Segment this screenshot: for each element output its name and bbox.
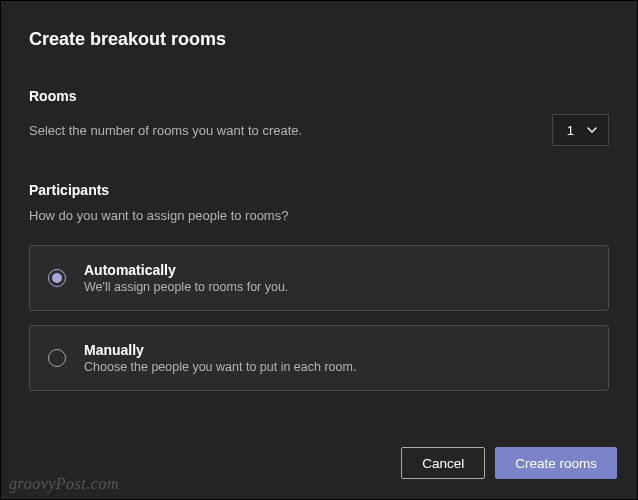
dialog-footer: Cancel Create rooms [401,447,617,479]
rooms-row: Select the number of rooms you want to c… [29,114,609,146]
rooms-heading: Rooms [29,88,609,104]
option-label: Automatically [84,262,288,278]
option-description: Choose the people you want to put in eac… [84,360,356,374]
breakout-rooms-dialog: Create breakout rooms Rooms Select the n… [1,1,637,391]
dialog-title: Create breakout rooms [29,29,609,50]
participants-description: How do you want to assign people to room… [29,208,609,223]
participants-heading: Participants [29,182,609,198]
option-description: We'll assign people to rooms for you. [84,280,288,294]
option-automatically[interactable]: Automatically We'll assign people to roo… [29,245,609,311]
option-text: Automatically We'll assign people to roo… [84,262,288,294]
rooms-description: Select the number of rooms you want to c… [29,123,302,138]
radio-icon [48,269,66,287]
watermark: groovyPost.com [9,475,119,493]
create-rooms-button[interactable]: Create rooms [495,447,617,479]
participants-section: Participants How do you want to assign p… [29,182,609,391]
chevron-down-icon [586,124,598,136]
radio-icon [48,349,66,367]
room-count-select[interactable]: 1 [552,114,609,146]
cancel-button[interactable]: Cancel [401,447,485,479]
option-text: Manually Choose the people you want to p… [84,342,356,374]
rooms-section: Rooms Select the number of rooms you wan… [29,88,609,146]
option-label: Manually [84,342,356,358]
room-count-value: 1 [567,123,574,138]
option-manually[interactable]: Manually Choose the people you want to p… [29,325,609,391]
